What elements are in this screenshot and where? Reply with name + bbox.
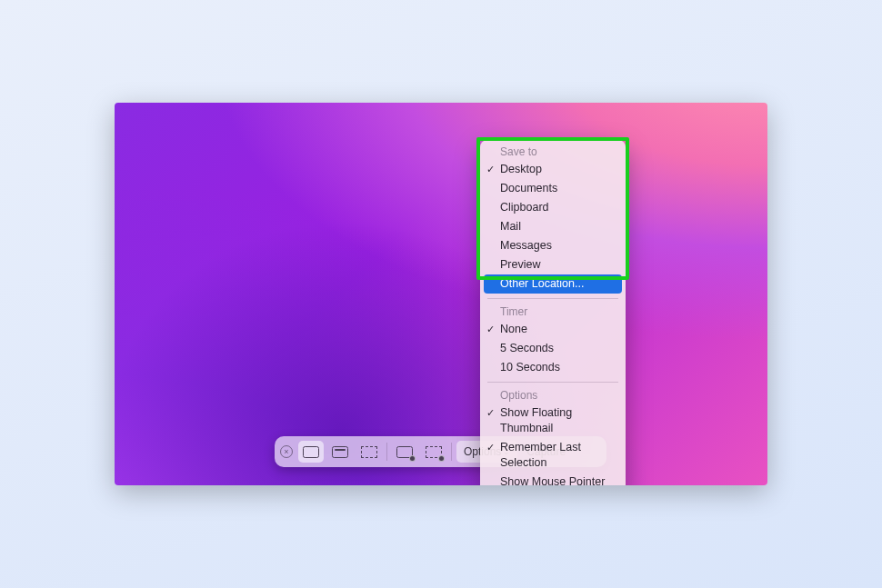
menu-separator (487, 298, 618, 299)
record-dot-icon (409, 455, 416, 462)
menu-item-clipboard[interactable]: Clipboard (480, 198, 626, 217)
menu-item-timer-none[interactable]: None (480, 320, 626, 339)
record-selected-portion-button[interactable] (421, 441, 446, 463)
menu-item-show-mouse-pointer[interactable]: Show Mouse Pointer (480, 473, 626, 485)
options-title: Options (480, 387, 626, 404)
menu-item-floating-thumbnail[interactable]: Show Floating Thumbnail (480, 404, 626, 438)
menu-item-timer-5s[interactable]: 5 Seconds (480, 339, 626, 358)
toolbar-separator (451, 443, 452, 461)
toolbar-separator (386, 443, 387, 461)
capture-selected-window-button[interactable] (327, 441, 353, 463)
save-to-title: Save to (480, 144, 626, 160)
menu-item-preview[interactable]: Preview (480, 255, 626, 274)
record-entire-screen-button[interactable] (392, 441, 417, 463)
menu-item-mail[interactable]: Mail (480, 217, 626, 236)
menu-item-desktop[interactable]: Desktop (480, 160, 626, 179)
capture-selected-portion-button[interactable] (356, 441, 382, 463)
desktop-wallpaper: × Options ⌄ (115, 103, 767, 485)
close-button[interactable]: × (280, 445, 293, 458)
capture-mode-group (298, 441, 382, 463)
window-icon (332, 446, 348, 458)
menu-item-timer-10s[interactable]: 10 Seconds (480, 358, 626, 377)
capture-entire-screen-button[interactable] (298, 441, 324, 463)
menu-separator (487, 382, 618, 383)
selection-icon (361, 446, 377, 458)
options-menu: Save to Desktop Documents Clipboard Mail… (480, 140, 626, 485)
record-mode-group (392, 441, 446, 463)
screen-icon (303, 446, 319, 458)
record-dot-icon (438, 455, 445, 462)
menu-item-messages[interactable]: Messages (480, 236, 626, 255)
menu-item-remember-selection[interactable]: Remember Last Selection (480, 438, 626, 473)
menu-item-other-location[interactable]: Other Location... (484, 274, 622, 294)
menu-item-documents[interactable]: Documents (480, 179, 626, 198)
timer-title: Timer (480, 304, 626, 320)
